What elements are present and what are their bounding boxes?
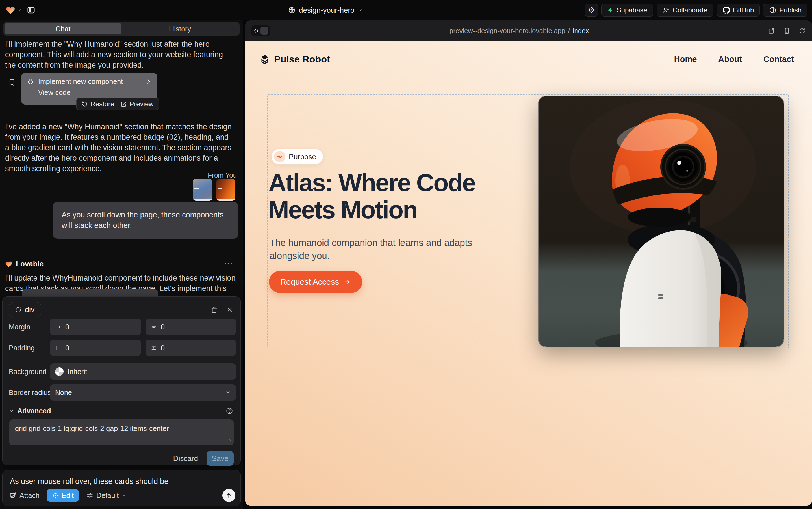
margin-x-icon [55, 324, 61, 330]
attachment-thumbnail[interactable] [193, 179, 212, 201]
resize-handle-icon[interactable] [227, 436, 232, 441]
assistant-header: Lovable [5, 260, 43, 268]
chevron-down-icon [17, 8, 22, 12]
message-menu-button[interactable]: ⋯ [224, 258, 233, 269]
composer-input[interactable]: As user mouse roll over, these cards sho… [3, 470, 241, 486]
help-icon[interactable] [226, 407, 233, 414]
app-window: design-your-hero ⚙ Supabase Collaborate … [0, 0, 812, 509]
tab-chat[interactable]: Chat [4, 23, 121, 34]
margin-label: Margin [9, 323, 30, 331]
open-in-new-tab-icon[interactable] [768, 27, 775, 34]
pulse-icon [276, 154, 283, 160]
margin-x-input[interactable]: 0 [50, 319, 141, 335]
github-button[interactable]: GitHub [717, 4, 760, 17]
chevron-down-icon [9, 408, 14, 413]
padding-x-icon [55, 345, 61, 351]
hero-subtitle: The humanoid companion that learns and a… [269, 236, 495, 263]
request-access-button[interactable]: Request Access [269, 271, 362, 293]
dashed-box-icon [15, 307, 22, 313]
layers-logo-icon [259, 54, 270, 65]
view-code-link[interactable]: View code [38, 89, 152, 97]
edit-mode-button[interactable]: Edit [47, 489, 79, 502]
restore-icon [81, 101, 88, 107]
globe-icon [769, 6, 776, 14]
element-editor-panel: div Margin 0 0 [2, 296, 241, 466]
restore-button[interactable]: Restore [81, 100, 114, 108]
code-icon [253, 28, 259, 34]
selected-element-chip[interactable]: div [9, 302, 41, 317]
lovable-heart-icon [5, 261, 12, 268]
chat-panel: Chat History I'll implement the "Why Hum… [0, 20, 243, 509]
preview-url: preview--design-your-hero.lovable.app [449, 27, 565, 35]
delete-element-button[interactable] [211, 306, 218, 313]
robot-illustration [539, 96, 784, 347]
classes-textarea[interactable]: grid grid-cols-1 lg:grid-cols-2 gap-12 i… [9, 419, 234, 445]
project-switcher[interactable]: design-your-hero [288, 0, 363, 20]
padding-y-input[interactable]: 0 [146, 340, 236, 356]
preview-pane: preview--design-your-hero.lovable.app / … [245, 20, 812, 506]
project-name: design-your-hero [299, 6, 355, 15]
chat-composer: As user mouse roll over, these cards sho… [2, 470, 241, 506]
user-message-bubble: As you scroll down the page, these compo… [52, 202, 238, 239]
gear-icon: ⚙ [588, 6, 595, 15]
lovable-logo-menu[interactable] [4, 4, 23, 16]
sidebar-toggle-button[interactable] [25, 4, 37, 16]
chat-history-tabs: Chat History [3, 22, 239, 36]
toggle-knob [260, 27, 268, 35]
supabase-bolt-icon [607, 7, 614, 13]
send-button[interactable] [222, 489, 235, 502]
publish-button[interactable]: Publish [763, 4, 808, 17]
background-label: Background [9, 368, 46, 376]
message-hover-toolbar: Restore Preview [76, 98, 159, 110]
transparency-swatch-icon [55, 367, 64, 376]
preview-button[interactable]: Preview [120, 100, 153, 108]
nav-contact[interactable]: Contact [764, 55, 794, 64]
top-bar: design-your-hero ⚙ Supabase Collaborate … [0, 0, 812, 20]
attach-image-icon [9, 492, 17, 499]
bookmark-icon[interactable] [8, 79, 16, 87]
arrow-up-icon [225, 492, 232, 499]
hero-title: Atlas: Where Code Meets Motion [268, 169, 568, 224]
chevron-down-icon [121, 493, 126, 498]
target-icon [52, 492, 59, 499]
refresh-icon[interactable] [799, 27, 806, 34]
tab-history[interactable]: History [121, 23, 238, 34]
github-icon [723, 6, 730, 14]
chevron-right-icon [146, 79, 152, 85]
preview-url-bar[interactable]: preview--design-your-hero.lovable.app / … [449, 20, 596, 41]
settings-button[interactable]: ⚙ [585, 4, 598, 17]
mobile-preview-icon[interactable] [783, 27, 790, 34]
site-logo[interactable]: Pulse Robot [259, 54, 330, 65]
supabase-button[interactable]: Supabase [601, 4, 653, 17]
mode-select[interactable]: Default [86, 491, 126, 500]
hero-robot-image [538, 96, 784, 347]
nav-about[interactable]: About [718, 55, 742, 64]
code-icon [27, 78, 34, 86]
margin-y-input[interactable]: 0 [146, 319, 236, 335]
collaborate-button[interactable]: Collaborate [657, 4, 713, 17]
lovable-heart-icon [6, 5, 15, 15]
hero-badge: Purpose [271, 149, 323, 165]
discard-button[interactable]: Discard [173, 454, 198, 463]
border-radius-select[interactable]: None [50, 384, 236, 401]
close-icon [226, 306, 233, 313]
code-view-toggle[interactable] [252, 26, 270, 36]
element-tag: div [25, 305, 35, 314]
background-input[interactable]: Inherit [50, 363, 236, 380]
preview-page: index [573, 27, 589, 35]
nav-home[interactable]: Home [674, 55, 697, 64]
trash-icon [211, 306, 218, 313]
save-button[interactable]: Save [207, 451, 234, 466]
attach-button[interactable]: Attach [9, 491, 40, 500]
external-link-icon [120, 101, 127, 107]
attachment-thumbnail[interactable] [216, 179, 235, 201]
site-preview: Pulse Robot Home About Contact Purpose A… [245, 41, 812, 506]
add-user-icon [663, 6, 670, 14]
site-nav: Home About Contact [674, 55, 794, 64]
advanced-section-toggle[interactable]: Advanced [17, 407, 51, 415]
padding-x-input[interactable]: 0 [50, 340, 141, 356]
arrow-right-icon [343, 278, 351, 285]
from-you-label: From You [208, 171, 237, 179]
close-panel-button[interactable] [226, 306, 233, 313]
border-radius-label: Border radius [9, 388, 51, 397]
